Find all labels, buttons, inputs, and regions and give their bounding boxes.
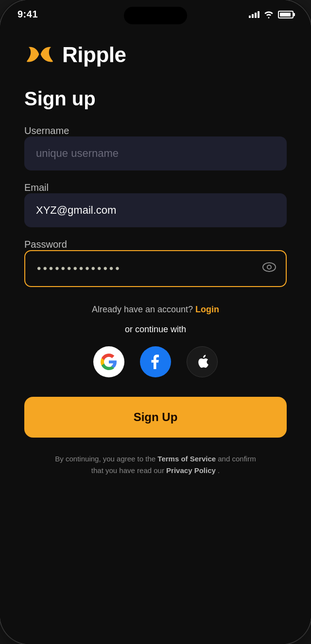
facebook-icon (148, 355, 163, 369)
svg-point-1 (267, 265, 271, 269)
terms-line1: By continuing, you agree to the (55, 455, 157, 463)
login-link-row: Already have an account? Login (24, 305, 287, 315)
google-button[interactable] (93, 346, 124, 377)
page-heading: Sign up (24, 88, 287, 110)
google-icon (101, 354, 117, 370)
battery-icon (278, 11, 294, 18)
login-link[interactable]: Login (195, 305, 219, 314)
status-time: 9:41 (17, 9, 38, 20)
username-input[interactable] (24, 136, 287, 170)
ripple-logo-icon (24, 39, 55, 70)
signal-bars-icon (249, 11, 259, 18)
privacy-policy-link[interactable]: Privacy Policy (166, 466, 216, 475)
already-account-text: Already have an account? (92, 305, 193, 314)
app-name: Ripple (62, 43, 126, 67)
terms-text: By continuing, you agree to the Terms of… (24, 453, 287, 476)
terms-line3: that you have read our (91, 466, 166, 475)
wifi-icon (263, 10, 274, 19)
content-area: Ripple Sign up Username Email Password (0, 25, 311, 644)
email-label: Email (24, 182, 49, 193)
signup-button[interactable]: Sign Up (24, 397, 287, 438)
dynamic-island (124, 7, 187, 24)
social-buttons-row (24, 346, 287, 377)
password-label: Password (24, 239, 67, 250)
apple-button[interactable] (187, 346, 218, 377)
status-icons (249, 10, 294, 19)
email-input[interactable] (24, 193, 287, 227)
phone-screen: 9:41 (0, 0, 311, 644)
facebook-button[interactable] (140, 346, 171, 377)
phone-frame: 9:41 (0, 0, 311, 644)
logo-area: Ripple (24, 39, 287, 70)
terms-of-service-link[interactable]: Terms of Service (157, 455, 216, 463)
terms-line2: and confirm (218, 455, 256, 463)
eye-toggle-icon[interactable] (262, 262, 276, 275)
username-label: Username (24, 125, 69, 136)
terms-dot: . (218, 466, 220, 475)
password-input[interactable] (24, 250, 287, 287)
or-continue-text: or continue with (24, 324, 287, 335)
password-wrapper (24, 250, 287, 287)
svg-point-0 (263, 263, 276, 271)
apple-icon (195, 354, 209, 370)
